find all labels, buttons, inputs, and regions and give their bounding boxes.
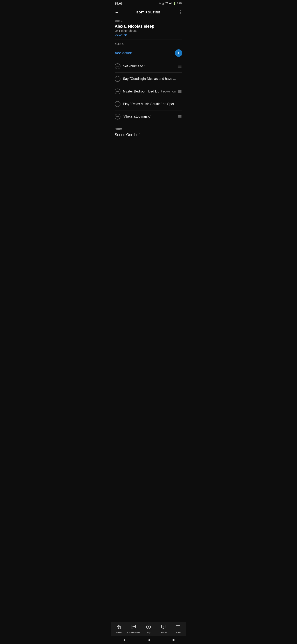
- drag-handle-5[interactable]: [177, 114, 182, 119]
- action-title-4: Play "Relax Music Shuffle" on Spot...: [123, 102, 177, 106]
- location-icon: ◎: [162, 2, 164, 5]
- status-bar: 15:03 ✈ ◎ 🔋 68%: [111, 0, 186, 6]
- action-item: Say "Goodnight Nicolas and have ...: [115, 72, 182, 85]
- more-menu-button[interactable]: ⋮: [178, 10, 182, 15]
- from-section: FROM Sonos One Left: [115, 124, 182, 142]
- action-remove-button-2[interactable]: [115, 76, 120, 82]
- drag-handle-3[interactable]: [177, 90, 182, 94]
- when-label: WHEN:: [115, 18, 182, 23]
- svg-rect-2: [171, 2, 171, 4]
- status-icons: ✈ ◎ 🔋 68%: [159, 2, 182, 5]
- page-title: EDIT ROUTINE: [137, 11, 161, 14]
- actions-list: Set volume to 1 Say "Goodnight Nicolas a…: [115, 60, 182, 123]
- phrase-subtitle: Or 1 other phrase: [115, 29, 182, 32]
- when-section: WHEN: Alexa, Nicolas sleep Or 1 other ph…: [115, 18, 182, 39]
- alexa-section: ALEXA, Add action + Set volume to 1: [115, 40, 182, 124]
- action-item: "Alexa, stop music": [115, 110, 182, 123]
- action-title-2: Say "Goodnight Nicolas and have ...: [123, 77, 176, 80]
- action-content-3: Master Bedroom Bed Light Power: Off: [123, 90, 177, 94]
- action-subtitle-3: Power: Off: [163, 90, 176, 93]
- drag-handle-4[interactable]: [177, 102, 182, 106]
- action-remove-button-1[interactable]: [115, 63, 120, 69]
- view-edit-link[interactable]: View/Edit: [115, 34, 127, 37]
- add-action-icon-button[interactable]: +: [175, 49, 182, 57]
- action-title-5: "Alexa, stop music": [123, 115, 151, 118]
- top-nav: ← EDIT ROUTINE ⋮: [111, 6, 186, 18]
- airplane-icon: ✈: [159, 2, 161, 5]
- action-remove-button-4[interactable]: [115, 101, 120, 107]
- action-title-3: Master Bedroom Bed Light: [123, 90, 162, 93]
- action-remove-button-5[interactable]: [115, 114, 120, 120]
- plus-icon: +: [177, 50, 180, 55]
- action-title-1: Set volume to 1: [123, 64, 146, 68]
- back-button[interactable]: ←: [115, 10, 119, 15]
- svg-rect-3: [172, 2, 172, 4]
- action-content-5: "Alexa, stop music": [123, 114, 177, 119]
- wifi-icon: [165, 2, 168, 5]
- minus-icon-3: [116, 91, 119, 92]
- minus-icon-2: [116, 79, 119, 79]
- battery-icon: 🔋: [173, 2, 176, 5]
- action-content-4: Play "Relax Music Shuffle" on Spot...: [123, 102, 177, 106]
- svg-rect-0: [169, 3, 170, 4]
- minus-icon-4: [116, 104, 119, 104]
- svg-rect-1: [170, 3, 171, 4]
- from-device: Sonos One Left: [115, 133, 182, 137]
- action-content-2: Say "Goodnight Nicolas and have ...: [123, 77, 177, 81]
- from-label: FROM: [115, 128, 182, 130]
- add-action-row: Add action +: [115, 48, 182, 60]
- minus-icon-5: [116, 116, 119, 117]
- add-action-button[interactable]: Add action: [115, 51, 132, 55]
- action-item: Master Bedroom Bed Light Power: Off: [115, 85, 182, 98]
- status-time: 15:03: [115, 2, 122, 5]
- signal-icon: [169, 2, 172, 5]
- action-content-1: Set volume to 1: [123, 64, 177, 68]
- action-item: Set volume to 1: [115, 60, 182, 72]
- phrase-title: Alexa, Nicolas sleep: [115, 24, 182, 29]
- action-remove-button-3[interactable]: [115, 88, 120, 94]
- battery-percent: 68%: [177, 2, 182, 5]
- minus-icon-1: [116, 66, 119, 66]
- action-item: Play "Relax Music Shuffle" on Spot...: [115, 98, 182, 110]
- alexa-label: ALEXA,: [115, 43, 182, 45]
- drag-handle-2[interactable]: [177, 77, 182, 81]
- drag-handle-1[interactable]: [177, 64, 182, 68]
- main-content: WHEN: Alexa, Nicolas sleep Or 1 other ph…: [111, 18, 186, 167]
